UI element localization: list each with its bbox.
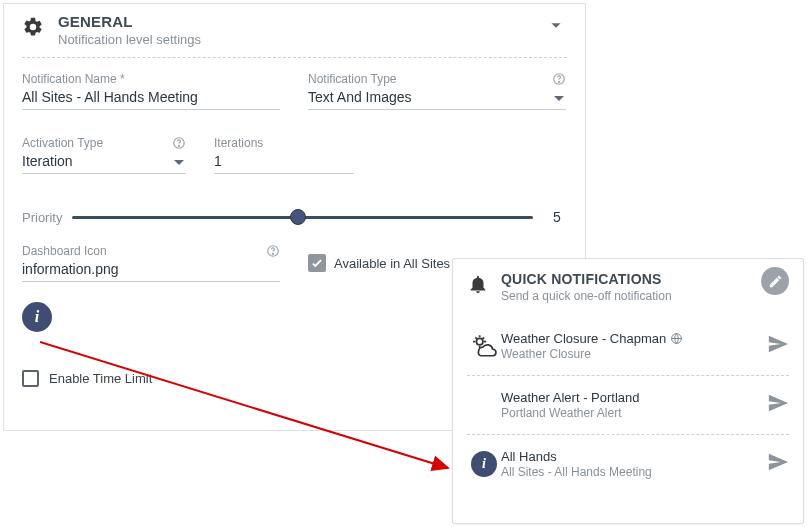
field-label: Notification Type: [308, 72, 397, 86]
send-button[interactable]: [767, 392, 789, 418]
info-icon: i: [22, 302, 52, 332]
notification-name-input[interactable]: [22, 86, 280, 110]
field-label: Activation Type: [22, 136, 103, 150]
panel-subtitle: Notification level settings: [58, 32, 201, 47]
list-item[interactable]: iAll HandsAll Sites - All Hands Meeting: [467, 435, 789, 483]
notification-name-field: Notification Name *: [22, 72, 280, 110]
globe-icon: [670, 332, 683, 345]
card-title: QUICK NOTIFICATIONS: [501, 271, 672, 287]
svg-point-5: [273, 253, 274, 254]
svg-point-6: [476, 338, 483, 345]
svg-point-1: [559, 81, 560, 82]
item-subtitle: Weather Closure: [501, 347, 761, 361]
item-subtitle: Portland Weather Alert: [501, 406, 761, 420]
caret-down-icon: [554, 94, 564, 104]
item-title: All Hands: [501, 449, 761, 464]
edit-button[interactable]: [761, 267, 789, 295]
chevron-down-icon[interactable]: [545, 14, 567, 36]
field-label: Iterations: [214, 136, 263, 150]
activation-type-field: Activation Type: [22, 136, 186, 174]
priority-row: Priority 5: [22, 208, 567, 226]
item-title: Weather Closure - Chapman: [501, 331, 761, 346]
send-button[interactable]: [767, 451, 789, 477]
check-icon: [310, 256, 324, 270]
priority-value: 5: [547, 209, 567, 225]
field-label: Dashboard Icon: [22, 244, 107, 258]
notification-type-select[interactable]: [308, 86, 566, 110]
paper-plane-icon: [767, 451, 789, 473]
panel-title: GENERAL: [58, 14, 201, 29]
svg-point-3: [179, 145, 180, 146]
dashboard-icon-field: Dashboard Icon: [22, 244, 280, 282]
help-icon[interactable]: [172, 136, 186, 150]
paper-plane-icon: [767, 333, 789, 355]
iterations-input[interactable]: [214, 150, 354, 174]
list-item[interactable]: Weather Closure - Chapman Weather Closur…: [467, 317, 789, 376]
quick-notifications-card: QUICK NOTIFICATIONS Send a quick one-off…: [452, 258, 804, 524]
info-icon: i: [467, 451, 501, 477]
available-all-sites-checkbox[interactable]: Available in All Sites: [308, 254, 450, 272]
caret-down-icon: [174, 158, 184, 168]
panel-header[interactable]: GENERAL Notification level settings: [22, 14, 567, 58]
priority-slider[interactable]: [72, 208, 533, 226]
help-icon[interactable]: [552, 72, 566, 86]
notification-type-field: Notification Type: [308, 72, 566, 110]
bell-icon: [467, 273, 489, 295]
list-item[interactable]: Weather Alert - PortlandPortland Weather…: [467, 376, 789, 435]
item-title: Weather Alert - Portland: [501, 390, 761, 405]
pencil-icon: [768, 274, 783, 289]
checkbox-label: Available in All Sites: [334, 256, 450, 271]
card-subtitle: Send a quick one-off notification: [501, 289, 672, 303]
priority-label: Priority: [22, 210, 62, 225]
checkbox-label: Enable Time Limit: [49, 371, 152, 386]
item-subtitle: All Sites - All Hands Meeting: [501, 465, 761, 479]
help-icon[interactable]: [266, 244, 280, 258]
send-button[interactable]: [767, 333, 789, 359]
dashboard-icon-input[interactable]: [22, 258, 280, 282]
activation-type-select[interactable]: [22, 150, 186, 174]
field-label: Notification Name *: [22, 72, 125, 86]
gear-icon: [22, 16, 44, 38]
weather-icon: [467, 333, 501, 359]
iterations-field: Iterations: [214, 136, 354, 174]
paper-plane-icon: [767, 392, 789, 414]
